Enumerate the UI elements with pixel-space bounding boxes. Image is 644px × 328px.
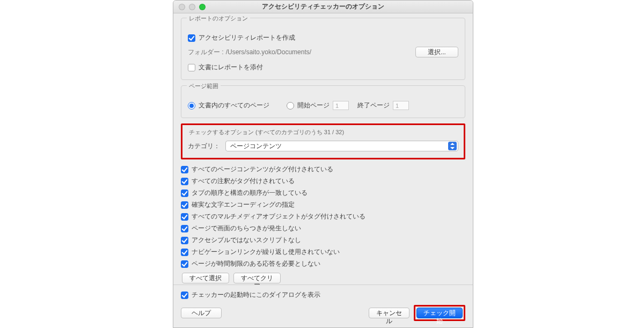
help-button[interactable]: ヘルプ (181, 308, 222, 318)
check-item: 確実な文字エンコーディングの指定 (181, 200, 465, 209)
titlebar: アクセシビリティチェッカーのオプション (173, 1, 473, 13)
show-on-start-row: チェッカーの起動時にこのダイアログを表示 (181, 290, 465, 300)
check-item: すべての注釈がタグ付けされている (181, 177, 465, 186)
from-page-radio[interactable] (287, 102, 294, 110)
check-item-checkbox[interactable] (181, 213, 188, 221)
category-label: カテゴリ： (188, 142, 220, 151)
cancel-button[interactable]: キャンセル (369, 308, 409, 318)
check-item-label: タブの順序と構造の順序が一致している (192, 188, 308, 198)
category-row: カテゴリ： ページコンテンツ (188, 141, 458, 151)
select-folder-button[interactable]: 選択... (415, 47, 458, 57)
check-item: すべてのページコンテンツがタグ付けされている (181, 165, 465, 174)
check-item: タブの順序と構造の順序が一致している (181, 188, 465, 198)
start-button-highlight: チェック開始 (414, 305, 465, 321)
check-item: すべてのマルチメディアオブジェクトがタグ付けされている (181, 212, 465, 221)
check-item-label: アクセシブルではないスクリプトなし (192, 236, 301, 245)
accessibility-checker-options-dialog: アクセシビリティチェッカーのオプション レポートのオプション アクセシビリティレ… (173, 0, 473, 328)
check-options-title: チェックするオプション (すべてのカテゴリのうち 31 / 32) (189, 128, 458, 136)
check-item-checkbox[interactable] (181, 189, 188, 197)
clear-all-button[interactable]: すべてクリア (233, 273, 281, 283)
check-item-label: ナビゲーションリンクが繰り返し使用されていない (192, 247, 340, 257)
check-item: アクセシブルではないスクリプトなし (181, 236, 465, 245)
all-pages-label: 文書内のすべてのページ (199, 101, 269, 110)
page-range-title: ページ範囲 (187, 82, 221, 90)
attach-report-label: 文書にレポートを添付 (199, 63, 263, 72)
footer-right-buttons: キャンセル チェック開始 (369, 305, 465, 321)
check-item-label: ページで画面のちらつきが発生しない (192, 224, 301, 233)
check-item-label: すべてのマルチメディアオブジェクトがタグ付けされている (192, 212, 365, 221)
check-item-checkbox[interactable] (181, 249, 188, 256)
select-arrows-icon (448, 142, 457, 150)
check-item-checkbox[interactable] (181, 166, 188, 173)
footer-buttons: ヘルプ キャンセル チェック開始 (181, 305, 465, 321)
select-all-button[interactable]: すべて選択 (182, 273, 229, 283)
to-page-input[interactable] (393, 101, 409, 110)
all-pages-radio[interactable] (188, 102, 195, 110)
footer: チェッカーの起動時にこのダイアログを表示 ヘルプ キャンセル チェック開始 (173, 285, 473, 327)
check-item-checkbox[interactable] (181, 178, 188, 185)
check-item-checkbox[interactable] (181, 260, 188, 268)
check-item-label: 確実な文字エンコーディングの指定 (192, 200, 295, 209)
folder-row: フォルダー : /Users/saito.yoko/Documents/ 選択.… (188, 47, 458, 57)
check-item-checkbox[interactable] (181, 237, 188, 244)
from-page-input[interactable] (333, 101, 349, 110)
create-report-label: アクセシビリティレポートを作成 (199, 33, 295, 42)
check-item-label: ページが時間制限のある応答を必要としない (192, 259, 320, 268)
report-options-title: レポートのオプション (187, 14, 250, 23)
check-item-label: すべてのページコンテンツがタグ付けされている (192, 165, 333, 174)
check-options-section: チェックするオプション (すべてのカテゴリのうち 31 / 32) カテゴリ： … (181, 123, 465, 159)
create-report-checkbox[interactable] (188, 34, 195, 42)
category-select-value: ページコンテンツ (230, 142, 282, 151)
from-page-label: 開始ページ (297, 101, 330, 110)
window-title: アクセシビリティチェッカーのオプション (173, 2, 473, 11)
select-clear-row: すべて選択 すべてクリア (181, 273, 465, 283)
category-select[interactable]: ページコンテンツ (225, 141, 458, 151)
attach-report-row: 文書にレポートを添付 (188, 63, 458, 72)
check-item-label: すべての注釈がタグ付けされている (192, 177, 295, 186)
attach-report-checkbox[interactable] (188, 64, 195, 71)
page-range-row: 文書内のすべてのページ 開始ページ 終了ページ (188, 101, 458, 110)
create-report-row: アクセシビリティレポートを作成 (188, 33, 458, 42)
check-item-checkbox[interactable] (181, 225, 188, 232)
folder-path: /Users/saito.yoko/Documents/ (226, 48, 311, 56)
check-item: ページで画面のちらつきが発生しない (181, 224, 465, 233)
check-item-checkbox[interactable] (181, 201, 188, 209)
to-page-label: 終了ページ (357, 101, 390, 110)
check-item: ナビゲーションリンクが繰り返し使用されていない (181, 247, 465, 257)
show-on-start-label: チェッカーの起動時にこのダイアログを表示 (192, 290, 320, 300)
show-on-start-checkbox[interactable] (181, 291, 188, 299)
report-options-group: レポートのオプション アクセシビリティレポートを作成 フォルダー : /User… (181, 18, 465, 80)
page-range-group: ページ範囲 文書内のすべてのページ 開始ページ 終了ページ (181, 85, 465, 118)
dialog-body: レポートのオプション アクセシビリティレポートを作成 フォルダー : /User… (173, 13, 473, 283)
folder-label: フォルダー : (188, 48, 224, 57)
check-item: ページが時間制限のある応答を必要としない (181, 259, 465, 268)
start-check-button[interactable]: チェック開始 (416, 308, 463, 318)
checks-list: すべてのページコンテンツがタグ付けされている すべての注釈がタグ付けされている … (181, 165, 465, 283)
